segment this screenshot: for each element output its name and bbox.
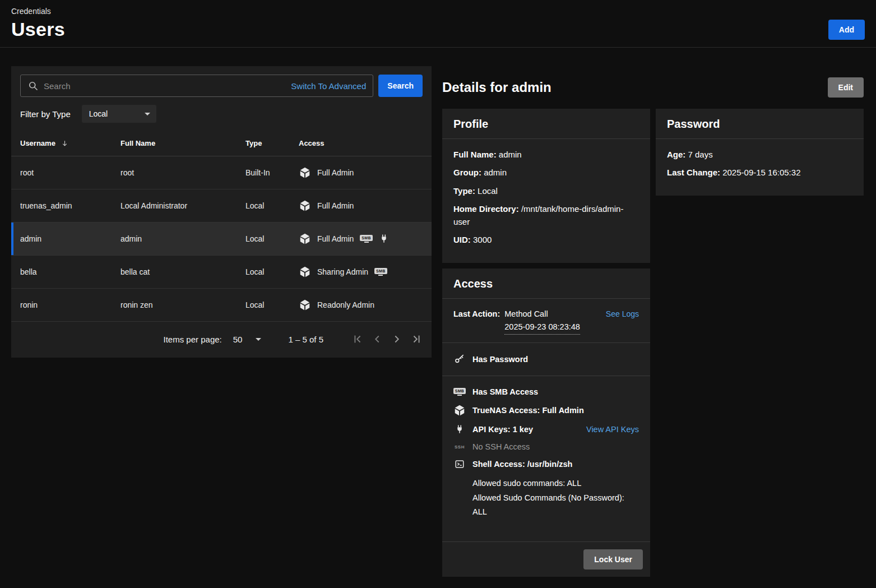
access-item-label: Shell Access: /usr/bin/zsh	[472, 460, 572, 469]
details-panel: Details for admin Edit Profile Full Name…	[442, 66, 864, 577]
items-per-page-select[interactable]: 50	[233, 335, 262, 344]
items-per-page-value: 50	[233, 335, 243, 344]
filter-type-select[interactable]: Local	[82, 105, 156, 123]
switch-to-advanced-link[interactable]: Switch To Advanced	[291, 81, 366, 91]
access-item-label: No SSH Access	[472, 442, 530, 451]
smb-icon: SMB	[360, 235, 372, 243]
detail-field: Home Directory: /mnt/tank/home-dirs/admi…	[453, 202, 639, 229]
cell-type: Local	[237, 289, 290, 322]
next-page-button[interactable]	[390, 332, 404, 346]
last-page-button[interactable]	[409, 332, 424, 346]
cell-username: truenas_admin	[11, 189, 112, 223]
filter-type-value: Local	[89, 109, 108, 118]
previous-page-button[interactable]	[370, 332, 384, 346]
plug-icon	[379, 234, 389, 244]
table-row[interactable]: bellabella catLocalSharing AdminSMB	[11, 256, 432, 289]
cell-username: bella	[11, 256, 112, 289]
key-icon	[454, 354, 465, 365]
truenas-icon	[299, 233, 311, 245]
cell-fullname: ronin zen	[112, 289, 237, 322]
cell-username: admin	[11, 223, 112, 256]
access-card: Access Last Action: Method Call 2025-09-…	[442, 268, 650, 577]
ssh-icon: SSH	[455, 445, 465, 450]
page-header: Credentials Users Add	[0, 0, 876, 47]
cell-access: Full AdminSMB	[290, 223, 432, 256]
cell-access: Full Admin	[290, 156, 432, 189]
detail-field: Age: 7 days	[667, 148, 852, 161]
sort-descending-icon	[61, 140, 68, 147]
truenas-icon	[299, 299, 311, 311]
table-row[interactable]: truenas_adminLocal AdministratorLocalFul…	[11, 189, 432, 223]
cell-type: Local	[237, 189, 290, 223]
cell-access: Readonly Admin	[290, 289, 432, 322]
shell-icon	[455, 459, 465, 469]
access-item: API Keys: 1 keyView API Keys	[442, 420, 650, 438]
sudo-commands-block: Allowed sudo commands: ALLAllowed Sudo C…	[442, 473, 650, 529]
table-row[interactable]: roninronin zenLocalReadonly Admin	[11, 289, 432, 322]
cell-access: Sharing AdminSMB	[290, 256, 432, 289]
smb-icon: SMB	[453, 388, 466, 396]
cell-username: ronin	[11, 289, 112, 322]
access-item-label: Has Password	[472, 355, 528, 364]
search-input[interactable]	[44, 81, 286, 91]
users-panel: Switch To Advanced Search Filter by Type…	[11, 66, 432, 358]
items-per-page-label: Items per page:	[164, 335, 222, 344]
search-icon	[27, 80, 39, 91]
column-header-type[interactable]: Type	[237, 131, 290, 156]
detail-field: UID: 3000	[453, 233, 639, 246]
access-item: TrueNAS Access: Full Admin	[442, 400, 650, 420]
first-page-button[interactable]	[350, 332, 365, 346]
password-card-title: Password	[667, 118, 720, 130]
paginator: Items per page: 50 1 – 5 of 5	[11, 322, 432, 358]
search-button[interactable]: Search	[378, 75, 423, 97]
chevron-down-icon	[256, 338, 261, 341]
access-card-title: Access	[453, 277, 493, 290]
access-level-label: Full Admin	[317, 234, 354, 243]
details-title: Details for admin	[442, 80, 551, 95]
detail-field: Full Name: admin	[453, 148, 639, 161]
profile-card: Profile Full Name: adminGroup: adminType…	[442, 109, 650, 263]
smb-icon: SMB	[374, 268, 387, 276]
sudo-commands-line: Allowed Sudo Commands (No Password): ALL	[472, 491, 639, 520]
cell-fullname: bella cat	[112, 256, 237, 289]
edit-button[interactable]: Edit	[828, 77, 864, 98]
table-row[interactable]: rootrootBuilt-InFull Admin	[11, 156, 432, 189]
users-table: Username Full Name Type Access rootrootB…	[11, 131, 432, 322]
cell-type: Local	[237, 223, 290, 256]
last-action-time: 2025-09-23 08:23:48	[504, 321, 580, 335]
last-page-icon	[410, 333, 423, 345]
access-level-label: Full Admin	[317, 201, 354, 210]
profile-fields: Full Name: adminGroup: adminType: LocalH…	[442, 139, 650, 263]
view-api-keys-link[interactable]: View API Keys	[586, 425, 639, 434]
cell-access: Full Admin	[290, 189, 432, 223]
chevron-down-icon	[145, 113, 150, 115]
detail-field: Group: admin	[453, 166, 639, 179]
page-title: Users	[11, 18, 65, 40]
column-header-username[interactable]: Username	[11, 131, 112, 156]
cell-type: Built-In	[237, 156, 290, 189]
lock-user-button[interactable]: Lock User	[583, 549, 643, 570]
has-password-section: Has Password	[442, 343, 650, 376]
table-row[interactable]: adminadminLocalFull AdminSMB	[11, 223, 432, 256]
access-item-label: TrueNAS Access: Full Admin	[472, 406, 584, 415]
column-header-fullname[interactable]: Full Name	[112, 131, 237, 156]
cell-fullname: Local Administrator	[112, 189, 237, 223]
filter-by-type-label: Filter by Type	[20, 109, 71, 119]
page-range-label: 1 – 5 of 5	[288, 335, 323, 344]
add-user-button[interactable]: Add	[828, 20, 865, 40]
password-fields: Age: 7 daysLast Change: 2025-09-15 16:05…	[656, 139, 864, 196]
detail-field: Last Change: 2025-09-15 16:05:32	[667, 166, 852, 179]
cell-fullname: admin	[112, 223, 237, 256]
sudo-commands-line: Allowed sudo commands: ALL	[472, 476, 639, 490]
breadcrumb[interactable]: Credentials	[11, 7, 865, 16]
header-divider	[0, 47, 876, 48]
first-page-icon	[351, 333, 364, 345]
last-action-label: Last Action:	[453, 308, 500, 321]
access-item: SSHNo SSH Access	[442, 438, 650, 455]
cell-fullname: root	[112, 156, 237, 189]
search-field: Switch To Advanced	[20, 75, 373, 97]
access-level-label: Full Admin	[317, 168, 354, 177]
see-logs-link[interactable]: See Logs	[606, 308, 639, 321]
chevron-right-icon	[391, 333, 403, 345]
column-header-access[interactable]: Access	[290, 131, 432, 156]
